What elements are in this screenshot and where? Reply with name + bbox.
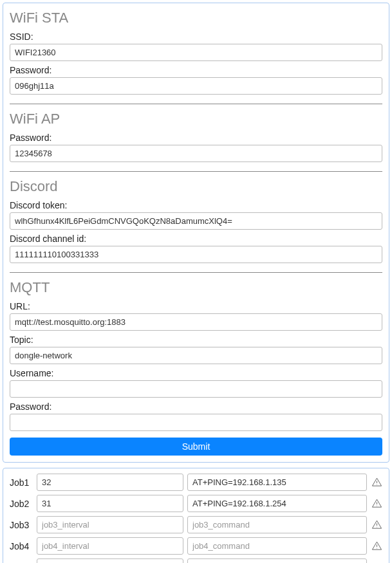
discord-token-label: Discord token: (10, 200, 382, 210)
mqtt-heading: MQTT (10, 279, 382, 296)
job-row: Job1 (10, 474, 382, 491)
wifi-sta-password-label: Password: (10, 65, 382, 75)
job-interval-input[interactable] (37, 495, 183, 512)
wifi-ap-password-label: Password: (10, 133, 382, 143)
job-interval-input[interactable] (37, 474, 183, 491)
job-interval-input[interactable] (37, 558, 183, 563)
config-panel: WiFi STA SSID: Password: WiFi AP Passwor… (3, 3, 389, 463)
job-label: Job3 (10, 520, 33, 530)
job-row: Job4 (10, 537, 382, 555)
wifi-ap-heading: WiFi AP (10, 111, 382, 127)
warning-icon[interactable] (371, 540, 382, 552)
job-row: Job5 (10, 558, 382, 563)
warning-icon[interactable] (371, 519, 382, 531)
job-interval-input[interactable] (37, 516, 183, 533)
mqtt-username-label: Username: (10, 368, 382, 378)
divider (10, 171, 382, 172)
mqtt-password-input[interactable] (10, 414, 382, 431)
mqtt-username-input[interactable] (10, 380, 382, 398)
job-command-input[interactable] (187, 516, 367, 533)
discord-heading: Discord (10, 178, 382, 195)
mqtt-topic-input[interactable] (10, 347, 382, 364)
mqtt-url-label: URL: (10, 301, 382, 311)
discord-channel-input[interactable] (10, 246, 382, 263)
job-row: Job3 (10, 516, 382, 533)
job-command-input[interactable] (187, 537, 367, 555)
mqtt-password-label: Password: (10, 401, 382, 412)
job-label: Job1 (10, 477, 33, 488)
divider (10, 272, 382, 273)
job-row: Job2 (10, 495, 382, 512)
svg-point-3 (377, 506, 377, 506)
discord-token-input[interactable] (10, 212, 382, 230)
submit-button[interactable]: Submit (10, 438, 382, 456)
job-label: Job4 (10, 541, 33, 551)
job-interval-input[interactable] (37, 537, 183, 555)
svg-point-7 (377, 548, 377, 549)
ssid-label: SSID: (10, 32, 382, 42)
discord-channel-label: Discord channel id: (10, 234, 382, 244)
warning-icon[interactable] (371, 477, 382, 488)
job-command-input[interactable] (187, 558, 367, 563)
ssid-input[interactable] (10, 44, 382, 61)
job-label: Job2 (10, 499, 33, 509)
job-command-input[interactable] (187, 495, 367, 512)
job-command-input[interactable] (187, 474, 367, 491)
mqtt-url-input[interactable] (10, 313, 382, 331)
wifi-sta-heading: WiFi STA (10, 10, 382, 26)
svg-point-5 (377, 527, 377, 528)
wifi-sta-password-input[interactable] (10, 77, 382, 95)
svg-point-1 (377, 485, 377, 485)
warning-icon[interactable] (371, 498, 382, 510)
divider (10, 104, 382, 104)
jobs-panel: Job1Job2Job3Job4Job5 Submit jobs (3, 468, 389, 563)
mqtt-topic-label: Topic: (10, 335, 382, 345)
wifi-ap-password-input[interactable] (10, 145, 382, 162)
